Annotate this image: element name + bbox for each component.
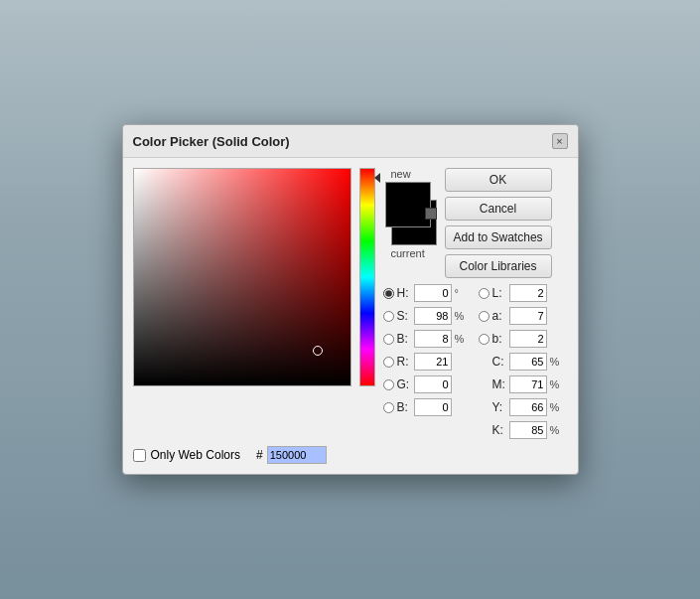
c-unit: % (550, 356, 564, 368)
c-input[interactable] (509, 353, 547, 371)
hue-slider-indicator (374, 173, 380, 183)
cancel-button[interactable]: Cancel (445, 197, 552, 221)
m-input[interactable] (509, 375, 547, 393)
y-input[interactable] (509, 398, 547, 416)
m-unit: % (550, 378, 564, 390)
ok-button[interactable]: OK (445, 168, 552, 192)
blab-input[interactable] (509, 330, 547, 348)
m-label: M: (492, 377, 506, 391)
b2-label: B: (397, 400, 411, 414)
k-field-row: K: % (479, 421, 564, 439)
lab-cmyk-fields: L: a: b: (479, 284, 564, 442)
right-panel: new current OK Cancel Add to Swatches Co… (383, 168, 568, 442)
a-label: a: (492, 309, 506, 323)
dialog-bottom: Only Web Colors # (123, 442, 578, 474)
preview-column: new current (383, 168, 437, 259)
a-radio[interactable] (479, 311, 490, 322)
s-radio[interactable] (383, 311, 394, 322)
s-input[interactable] (414, 307, 452, 325)
top-right-section: new current OK Cancel Add to Swatches Co… (383, 168, 568, 278)
hue-slider[interactable] (359, 168, 375, 386)
color-picker-cursor (313, 346, 323, 356)
buttons-column: OK Cancel Add to Swatches Color Librarie… (445, 168, 552, 278)
h-unit: ° (455, 287, 469, 299)
color-libraries-button[interactable]: Color Libraries (445, 254, 552, 278)
only-web-colors-checkbox[interactable] (133, 449, 146, 462)
dialog-titlebar: Color Picker (Solid Color) × (123, 125, 578, 158)
m-field-row: M: % (479, 375, 564, 393)
h-radio[interactable] (383, 288, 394, 299)
only-web-colors-row: Only Web Colors (133, 448, 240, 462)
color-gradient-field[interactable] (133, 168, 351, 386)
add-to-swatches-button[interactable]: Add to Swatches (445, 225, 552, 249)
l-input[interactable] (509, 284, 547, 302)
all-fields: H: ° S: % B: (383, 284, 568, 442)
hue-slider-wrap (359, 168, 375, 442)
g-input[interactable] (414, 375, 452, 393)
dialog-main-row: new current OK Cancel Add to Swatches Co… (123, 158, 578, 442)
g-field-row: G: (383, 375, 469, 393)
color-field-wrap (133, 168, 351, 386)
b-label: B: (397, 332, 411, 346)
color-picker-dialog: Color Picker (Solid Color) × new (122, 124, 579, 475)
hex-row: # (256, 446, 327, 464)
k-unit: % (550, 424, 564, 436)
current-label: current (391, 247, 425, 259)
b-field-row: B: % (383, 330, 469, 348)
g-label: G: (397, 377, 411, 391)
l-label: L: (492, 286, 506, 300)
h-label: H: (397, 286, 411, 300)
gamma-icon (425, 208, 437, 220)
y-label: Y: (492, 400, 506, 414)
b-radio[interactable] (383, 334, 394, 345)
l-radio[interactable] (479, 288, 490, 299)
s-field-row: S: % (383, 307, 469, 325)
l-field-row: L: (479, 284, 564, 302)
swatch-new (385, 182, 431, 227)
s-unit: % (455, 310, 469, 322)
blab-field-row: b: (479, 330, 564, 348)
blab-label: b: (492, 332, 506, 346)
b-input[interactable] (414, 330, 452, 348)
c-field-row: C: % (479, 353, 564, 371)
y-unit: % (550, 401, 564, 413)
close-button[interactable]: × (552, 133, 568, 149)
b2-radio[interactable] (383, 402, 394, 413)
b2-input[interactable] (414, 398, 452, 416)
b2-field-row: B: (383, 398, 469, 416)
new-label: new (391, 168, 411, 180)
r-label: R: (397, 355, 411, 369)
r-input[interactable] (414, 353, 452, 371)
k-label: K: (492, 423, 506, 437)
dialog-title: Color Picker (Solid Color) (133, 134, 290, 149)
s-label: S: (397, 309, 411, 323)
hex-input[interactable] (267, 446, 327, 464)
y-field-row: Y: % (479, 398, 564, 416)
g-radio[interactable] (383, 379, 394, 390)
a-input[interactable] (509, 307, 547, 325)
h-field-row: H: ° (383, 284, 469, 302)
only-web-colors-label: Only Web Colors (151, 448, 240, 462)
h-input[interactable] (414, 284, 452, 302)
c-label: C: (492, 355, 506, 369)
hsb-rgb-fields: H: ° S: % B: (383, 284, 469, 442)
k-input[interactable] (509, 421, 547, 439)
hex-symbol: # (256, 448, 263, 462)
r-radio[interactable] (383, 357, 394, 368)
blab-radio[interactable] (479, 334, 490, 345)
r-field-row: R: (383, 353, 469, 371)
a-field-row: a: (479, 307, 564, 325)
b-unit: % (455, 333, 469, 345)
